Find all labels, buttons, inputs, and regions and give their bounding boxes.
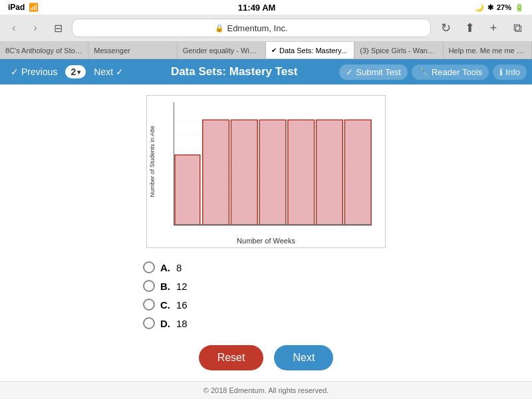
- reload-button[interactable]: ↻: [436, 19, 455, 37]
- answer-letter-d: D.: [160, 318, 171, 329]
- reset-button[interactable]: Reset: [199, 345, 264, 370]
- battery-icon: 🔋: [515, 3, 524, 12]
- answer-value-d: 18: [176, 318, 188, 329]
- time-display: 11:49 AM: [238, 3, 276, 13]
- next-button-main[interactable]: Next: [274, 345, 333, 370]
- y-axis-label: Number of Students in Atte: [150, 126, 156, 198]
- moon-icon: 🌙: [475, 3, 484, 12]
- lock-icon: 🔒: [215, 24, 224, 33]
- answer-value-b: 12: [176, 281, 188, 292]
- status-left: iPad 📶: [8, 3, 39, 12]
- wifi-icon: 📶: [29, 3, 39, 12]
- app-toolbar: ✓ Previous 2 ▾ Next ✓ Data Sets: Mastery…: [0, 59, 532, 84]
- battery-label: 27%: [497, 3, 511, 11]
- browser-chrome: ‹ › ⊟ 🔒 Edmentum, Inc. ↻ ⬆ + ⧉: [0, 15, 532, 42]
- svg-rect-11: [288, 120, 315, 225]
- tab-help[interactable]: Help me. Me me me m...: [444, 42, 532, 59]
- reader-tools-button[interactable]: 🔧 Reader Tools: [412, 65, 489, 80]
- tab-messenger[interactable]: Messenger: [88, 42, 177, 59]
- footer-text: © 2018 Edmentum. All rights reserved.: [203, 386, 329, 394]
- tab-anthology[interactable]: 8C's Anthology of Stor...: [0, 42, 88, 59]
- answer-value-c: 16: [176, 299, 188, 311]
- tabs-button[interactable]: ⧉: [508, 19, 527, 37]
- submit-label: Submit Test: [356, 67, 401, 77]
- address-text: Edmentum, Inc.: [227, 23, 287, 33]
- tab-help-label: Help me. Me me me m...: [449, 47, 526, 55]
- prev-arrow-icon: ✓: [11, 66, 19, 77]
- svg-rect-13: [344, 120, 371, 225]
- chart-container: Number of Students in Atte: [146, 95, 386, 248]
- svg-rect-10: [259, 120, 286, 225]
- address-bar[interactable]: 🔒 Edmentum, Inc.: [72, 19, 431, 37]
- answer-letter-b: B.: [160, 281, 171, 292]
- answer-option-a[interactable]: A. 8: [143, 261, 409, 273]
- toolbar-title: Data Sets: Mastery Test: [129, 65, 339, 78]
- tab-gender[interactable]: Gender equality - Wiki...: [178, 42, 266, 59]
- forward-button[interactable]: ›: [27, 19, 44, 37]
- toolbar-right: ✓ Submit Test 🔧 Reader Tools ℹ Info: [339, 65, 527, 80]
- radio-d[interactable]: [143, 317, 155, 329]
- answer-option-b[interactable]: B. 12: [143, 280, 409, 292]
- tab-gender-label: Gender equality - Wiki...: [183, 47, 260, 55]
- nav-buttons: ‹ ›: [5, 19, 44, 37]
- tab-dataset-favicon: ✔: [271, 47, 277, 54]
- x-axis-label: Number of Weeks: [237, 237, 295, 245]
- answer-letter-a: A.: [160, 262, 171, 273]
- answer-value-a: 8: [176, 262, 182, 273]
- next-button-toolbar[interactable]: Next ✓: [88, 64, 129, 80]
- tab-spice[interactable]: (3) Spice Girls - Wanna...: [354, 42, 443, 59]
- main-content: Number of Students in Atte: [0, 84, 532, 381]
- tab-messenger-label: Messenger: [94, 47, 130, 55]
- info-label: Info: [505, 67, 520, 77]
- tab-spice-label: (3) Spice Girls - Wanna...: [360, 47, 437, 55]
- back-button[interactable]: ‹: [5, 19, 23, 37]
- radio-c[interactable]: [143, 299, 155, 311]
- carrier-label: iPad: [8, 3, 25, 12]
- bluetooth-icon: ✱: [487, 3, 493, 12]
- svg-rect-12: [317, 120, 343, 225]
- wrench-icon: 🔧: [418, 67, 429, 77]
- answer-choices: A. 8 B. 12 C. 16 D. 18: [143, 261, 409, 329]
- check-icon: ✓: [346, 67, 353, 77]
- radio-a[interactable]: [143, 261, 155, 273]
- status-right: 🌙 ✱ 27% 🔋: [475, 3, 524, 12]
- svg-rect-9: [231, 120, 257, 225]
- info-button[interactable]: ℹ Info: [493, 65, 527, 80]
- radio-b[interactable]: [143, 280, 155, 292]
- info-icon: ℹ: [499, 67, 503, 77]
- answer-option-c[interactable]: C. 16: [143, 299, 409, 311]
- tab-dataset-label: Data Sets: Mastery...: [279, 47, 347, 55]
- answer-option-d[interactable]: D. 18: [143, 317, 409, 329]
- status-bar: iPad 📶 11:49 AM 🌙 ✱ 27% 🔋: [0, 0, 532, 15]
- bookmark-button[interactable]: ⊟: [49, 19, 66, 37]
- footer: © 2018 Edmentum. All rights reserved.: [0, 381, 532, 398]
- tab-dataset[interactable]: ✔ Data Sets: Mastery...: [266, 42, 354, 59]
- tab-anthology-label: 8C's Anthology of Stor...: [5, 47, 82, 55]
- svg-rect-7: [175, 155, 200, 225]
- new-tab-button[interactable]: +: [484, 19, 503, 37]
- prev-button[interactable]: ✓ Previous: [5, 64, 63, 80]
- answer-letter-c: C.: [160, 299, 171, 311]
- prev-label: Previous: [21, 66, 57, 77]
- browser-actions: ↻ ⬆ + ⧉: [436, 19, 527, 37]
- question-number: 2: [70, 66, 76, 77]
- share-button[interactable]: ⬆: [460, 19, 479, 37]
- reader-tools-label: Reader Tools: [432, 67, 482, 77]
- browser-tabs: 8C's Anthology of Stor... Messenger Gend…: [0, 42, 532, 59]
- next-label: Next: [94, 66, 113, 77]
- submit-test-button[interactable]: ✓ Submit Test: [339, 65, 408, 80]
- question-num-selector[interactable]: 2 ▾: [65, 65, 86, 78]
- action-buttons: Reset Next: [199, 345, 334, 370]
- histogram-chart: 0 2 4 6 8 10 12 0 1 2 3 4 5 6: [174, 102, 378, 227]
- svg-rect-8: [203, 120, 229, 225]
- chevron-down-icon: ▾: [77, 68, 80, 76]
- next-arrow-icon: ✓: [116, 66, 124, 77]
